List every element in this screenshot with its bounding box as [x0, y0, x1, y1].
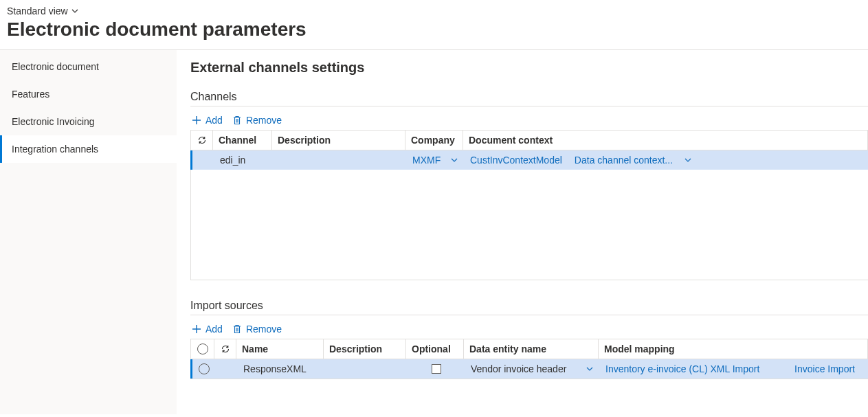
cell-company[interactable]: MXMF [407, 150, 465, 170]
doc-context-model: CustInvContextModel [470, 155, 562, 166]
channels-col-company[interactable]: Company [405, 131, 463, 150]
cell-model-mapping[interactable]: Inventory e-invoice (CL) XML Import Invo… [600, 359, 868, 379]
import-grid-body: ResponseXML Vendor invoice header Invent… [191, 359, 868, 379]
channels-refresh-header[interactable] [191, 131, 213, 150]
refresh-icon [197, 135, 207, 145]
checkbox-icon[interactable] [432, 364, 441, 374]
cell-channel[interactable]: edi_in [214, 150, 274, 170]
row-select[interactable] [192, 359, 216, 379]
trash-icon [232, 115, 242, 125]
import-col-optional[interactable]: Optional [406, 339, 464, 359]
sidebar: Electronic document Features Electronic … [0, 50, 177, 414]
remove-label: Remove [246, 115, 282, 126]
channels-section-header: Channels [190, 91, 868, 106]
channels-remove-button[interactable]: Remove [232, 115, 282, 126]
channels-toolbar: Add Remove [190, 109, 868, 130]
sidebar-item-label: Integration channels [12, 144, 98, 155]
view-selector[interactable]: Standard view [7, 5, 79, 16]
cell-description[interactable] [325, 359, 408, 379]
import-col-description[interactable]: Description [324, 339, 406, 359]
cell-description[interactable] [274, 150, 407, 170]
sidebar-item-label: Electronic Invoicing [12, 116, 95, 127]
main-title: External channels settings [190, 60, 868, 76]
channels-add-button[interactable]: Add [192, 115, 223, 126]
import-select-all-header[interactable] [191, 339, 214, 359]
plus-icon [192, 115, 201, 125]
import-add-button[interactable]: Add [192, 324, 223, 335]
chevron-down-icon [71, 7, 79, 15]
channels-col-document-context[interactable]: Document context [463, 131, 868, 150]
import-refresh-header[interactable] [214, 339, 236, 359]
import-grid-header: Name Description Optional Data entity na… [191, 339, 868, 359]
main-panel: External channels settings Channels Add … [177, 50, 868, 414]
sidebar-item-integration-channels[interactable]: Integration channels [0, 135, 177, 163]
channels-grid-body: edi_in MXMF CustInvContextModel Data cha… [191, 150, 868, 280]
cell-optional[interactable] [408, 359, 465, 379]
circle-icon [197, 343, 208, 354]
plus-icon [192, 324, 201, 334]
data-entity-value: Vendor invoice header [471, 363, 566, 374]
sidebar-item-label: Electronic document [12, 61, 99, 72]
add-label: Add [205, 324, 223, 335]
page-title: Electronic document parameters [7, 18, 861, 41]
channels-grid: Channel Description Company Document con… [190, 130, 868, 280]
import-col-name[interactable]: Name [236, 339, 324, 359]
table-row[interactable]: edi_in MXMF CustInvContextModel Data cha… [190, 150, 868, 170]
row-indicator [192, 150, 214, 170]
row-indicator [216, 359, 238, 379]
sidebar-item-features[interactable]: Features [0, 80, 177, 108]
circle-icon [199, 363, 210, 374]
cell-name[interactable]: ResponseXML [238, 359, 325, 379]
add-label: Add [205, 115, 223, 126]
sidebar-item-label: Features [12, 89, 49, 100]
chevron-down-icon [450, 156, 458, 164]
remove-label: Remove [246, 324, 282, 335]
table-row[interactable]: ResponseXML Vendor invoice header Invent… [190, 359, 868, 379]
chevron-down-icon [684, 156, 692, 164]
chevron-down-icon [586, 365, 594, 373]
import-toolbar: Add Remove [190, 318, 868, 339]
cell-document-context[interactable]: CustInvContextModel Data channel context… [465, 150, 868, 170]
import-col-data-entity-name[interactable]: Data entity name [464, 339, 599, 359]
sidebar-item-electronic-document[interactable]: Electronic document [0, 53, 177, 80]
import-grid: Name Description Optional Data entity na… [190, 339, 868, 379]
model-mapping-config: Invoice Import [794, 363, 855, 374]
doc-context-config: Data channel context... [575, 155, 673, 166]
channels-col-description[interactable]: Description [272, 131, 405, 150]
import-remove-button[interactable]: Remove [232, 324, 282, 335]
import-col-model-mapping[interactable]: Model mapping [599, 339, 868, 359]
refresh-icon [221, 344, 230, 354]
channels-grid-header: Channel Description Company Document con… [191, 131, 868, 150]
trash-icon [232, 324, 242, 334]
sidebar-item-electronic-invoicing[interactable]: Electronic Invoicing [0, 108, 177, 135]
import-section-header: Import sources [190, 300, 868, 315]
channels-col-channel[interactable]: Channel [213, 131, 272, 150]
cell-data-entity-name[interactable]: Vendor invoice header [465, 359, 600, 379]
model-mapping-format: Inventory e-invoice (CL) XML Import [605, 363, 759, 374]
company-value: MXMF [412, 155, 441, 166]
view-selector-label: Standard view [7, 5, 68, 16]
